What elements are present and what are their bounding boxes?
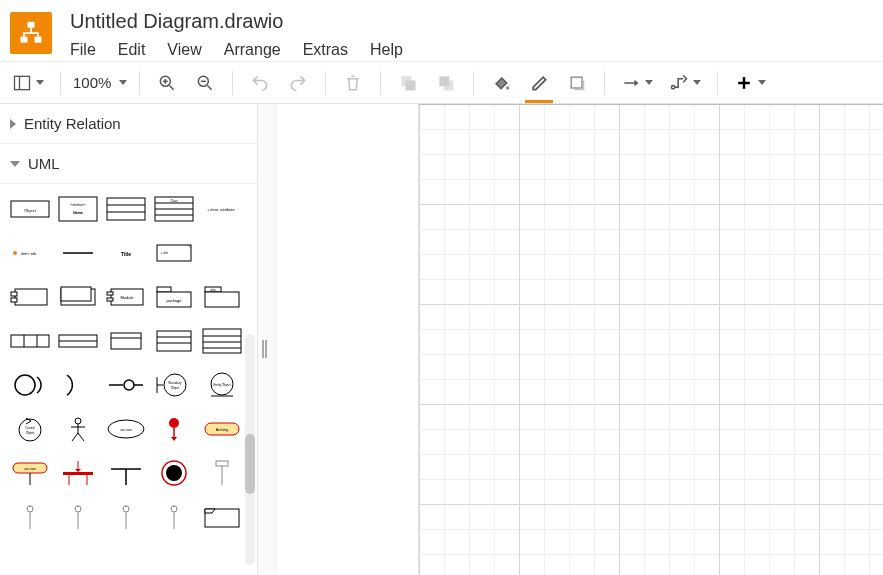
to-back-button[interactable] [429,68,463,98]
svg-rect-17 [572,77,583,88]
shape-frame[interactable] [200,502,244,532]
svg-text:Entity Object: Entity Object [213,383,230,387]
svg-rect-27 [107,198,145,220]
zoom-dropdown[interactable]: 100% [71,74,129,91]
shape-activity-pill[interactable]: Activity [200,414,244,444]
svg-rect-101 [63,472,93,475]
shape-list-small[interactable] [104,326,148,356]
sidebar-scroll-thumb[interactable] [245,434,255,494]
sidebar-toggle-button[interactable] [6,68,50,98]
delete-button[interactable] [336,68,370,98]
shape-item-attribute[interactable]: + item: attribute [200,194,244,224]
shape-note-corner[interactable]: + attr [152,238,196,268]
shape-usecase-line[interactable]: use case [8,458,52,488]
svg-rect-0 [28,22,35,28]
svg-rect-43 [11,292,17,296]
svg-rect-49 [107,298,113,301]
shape-fork-horizontal[interactable] [56,458,100,488]
menu-view[interactable]: View [167,41,201,59]
sidebar-splitter[interactable] [258,104,276,575]
shape-class-3row[interactable] [104,194,148,224]
shape-tee[interactable] [104,458,148,488]
waypoint-style-button[interactable] [663,68,707,98]
svg-point-115 [123,506,129,512]
fill-color-button[interactable] [484,68,518,98]
undo-button[interactable] [243,68,277,98]
svg-text:Module: Module [120,295,134,300]
palette-section-label: UML [28,155,60,172]
shape-table-b[interactable] [56,326,100,356]
insert-button[interactable] [728,68,772,98]
to-front-button[interactable] [391,68,425,98]
shape-package-tab[interactable]: pkg [200,282,244,312]
redo-button[interactable] [281,68,315,98]
menu-help[interactable]: Help [370,41,403,59]
shape-blank[interactable] [200,238,244,268]
shape-lollipop-horizontal[interactable] [104,370,148,400]
svg-text:Title: Title [121,251,131,257]
shape-circle-partial[interactable] [8,370,52,400]
svg-point-83 [19,419,41,441]
drawing-canvas[interactable] [419,104,883,575]
shape-table-a[interactable] [8,326,52,356]
shape-lifeline-top[interactable] [200,458,244,488]
shapes-sidebar: Entity Relation UML Object «interface»Na… [0,104,258,575]
svg-text:pkg: pkg [211,288,216,292]
svg-text:package: package [166,298,182,303]
shape-lifeline-c[interactable] [104,502,148,532]
zoom-in-button[interactable] [150,68,184,98]
shape-item-attribute-orange[interactable]: item: attr [8,238,52,268]
shape-start-node[interactable] [152,414,196,444]
sidebar-scrollbar[interactable] [245,334,255,565]
palette-body: Object «interface»Name Class + item: att… [0,184,257,575]
zoom-out-button[interactable] [188,68,222,98]
line-color-button[interactable] [522,68,556,98]
shape-title[interactable]: Title [104,238,148,268]
connection-style-button[interactable] [615,68,659,98]
shape-lifeline-a[interactable] [8,502,52,532]
palette-section-entity-relation[interactable]: Entity Relation [0,104,257,144]
svg-rect-24 [59,197,97,221]
shape-entity-object[interactable]: Entity Object [200,370,244,400]
svg-rect-2 [35,37,42,43]
svg-text:Name: Name [73,211,83,215]
collapse-handle-icon [262,340,264,358]
shape-object[interactable]: Object [8,194,52,224]
svg-rect-13 [406,80,416,90]
menu-arrange[interactable]: Arrange [224,41,281,59]
shape-component[interactable] [56,282,100,312]
shape-lifeline-d[interactable] [152,502,196,532]
menu-extras[interactable]: Extras [303,41,348,59]
svg-text:use case: use case [24,467,36,471]
shape-control-object[interactable]: ControlObject [8,414,52,444]
shape-module[interactable]: Module [104,282,148,312]
svg-text:Control: Control [25,426,35,430]
shape-component-bar[interactable] [8,282,52,312]
shape-interface[interactable]: «interface»Name [56,194,100,224]
palette-section-uml[interactable]: UML [0,144,257,184]
svg-line-89 [72,433,78,441]
svg-point-113 [75,506,81,512]
shape-arc[interactable] [56,370,100,400]
svg-point-117 [171,506,177,512]
shape-list-medium[interactable] [152,326,196,356]
shape-boundary-object[interactable]: BoundaryObject [152,370,196,400]
menu-edit[interactable]: Edit [118,41,146,59]
shape-class-4row[interactable]: Class [152,194,196,224]
shape-ellipse-label[interactable]: use case [104,414,148,444]
menu-file[interactable]: File [70,41,96,59]
palette-section-label: Entity Relation [24,115,121,132]
svg-rect-57 [11,335,49,347]
shadow-button[interactable] [560,68,594,98]
shape-list-large[interactable] [200,326,244,356]
svg-line-90 [78,433,84,441]
shape-divider[interactable] [56,238,100,268]
document-title[interactable]: Untitled Diagram.drawio [70,8,403,33]
shape-package[interactable]: package [152,282,196,312]
shape-actor[interactable] [56,414,100,444]
shape-end-node[interactable] [152,458,196,488]
shape-lifeline-b[interactable] [56,502,100,532]
svg-point-86 [75,418,81,424]
svg-text:+ attr: + attr [161,251,168,255]
app-logo[interactable] [10,12,52,54]
